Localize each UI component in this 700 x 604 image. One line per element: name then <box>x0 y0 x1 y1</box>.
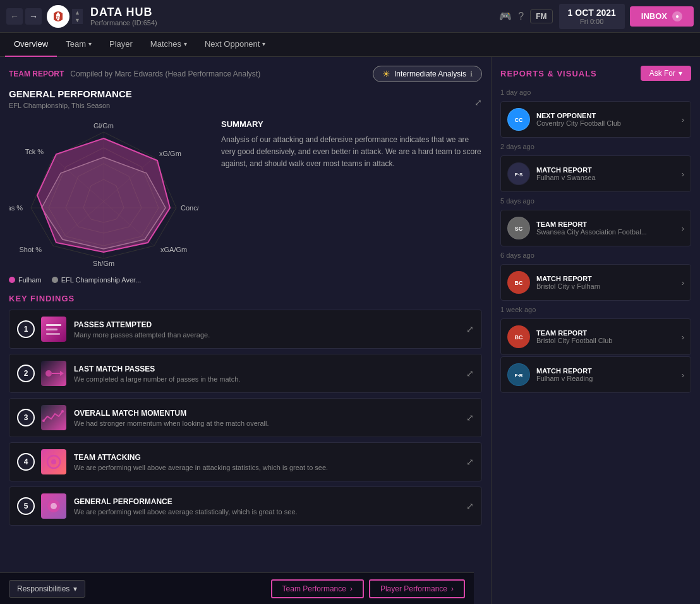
date-block: 1 OCT 2021 Fri 0:00 <box>559 4 625 29</box>
svg-point-33 <box>51 459 56 464</box>
finding-content-1: PASSES ATTEMPTED Many more passes attemp… <box>74 320 461 339</box>
nav-forward-button[interactable]: → <box>25 8 42 25</box>
report-card-bristol-city[interactable]: BC TEAM REPORT Bristol City Football Clu… <box>500 318 691 355</box>
main-content: TEAM REPORT Compiled by Marc Edwards (He… <box>0 57 700 604</box>
finding-number-5: 5 <box>17 497 35 515</box>
finding-card-4: 4 TEAM ATTACKING We are performing well … <box>9 442 482 481</box>
svg-text:BC: BC <box>515 334 523 341</box>
nav-item-overview[interactable]: Overview <box>5 33 57 57</box>
report-card-swansea[interactable]: SC TEAM REPORT Swansea City Association … <box>500 210 691 246</box>
svg-text:Conc/Gm: Conc/Gm <box>181 204 198 212</box>
help-icon[interactable]: ? <box>518 11 524 22</box>
club-nav-up[interactable]: ▲ <box>72 9 83 16</box>
report-content-next-opponent: NEXT OPPONENT Coventry City Football Clu… <box>536 112 682 127</box>
svg-rect-22 <box>46 329 57 330</box>
ask-for-button[interactable]: Ask For ▾ <box>641 66 691 81</box>
report-content-swansea: TEAM REPORT Swansea City Association Foo… <box>536 220 682 236</box>
team-report-label: TEAM REPORT <box>9 69 64 78</box>
report-card-bristol-v-fulham[interactable]: BC MATCH REPORT Bristol City v Fulham › <box>500 264 691 301</box>
fulham-legend-label: Fulham <box>18 276 42 284</box>
gamepad-icon[interactable]: 🎮 <box>499 10 512 22</box>
key-findings-section: KEY FINDINGS 1 PASSES ATTEMPTED Many mor… <box>9 294 482 526</box>
performance-container: Gl/Gm xG/Gm Conc/Gm xGA/Gm Sh/Gm Shot % … <box>9 119 482 284</box>
report-type-bristol-v-fulham: MATCH REPORT <box>536 275 682 282</box>
report-arrow-bristol-v-fulham: › <box>682 278 684 287</box>
player-performance-button[interactable]: Player Performance › <box>369 579 465 598</box>
app-subtitle: Performance (ID:654) <box>90 19 157 27</box>
responsibilities-button[interactable]: Responsibilities ▾ <box>9 580 85 598</box>
finding-icon-attacking <box>41 449 66 474</box>
report-content-bristol-city: TEAM REPORT Bristol City Football Club <box>536 329 682 344</box>
report-arrow-swansea: › <box>682 224 684 233</box>
report-card-next-opponent[interactable]: CC NEXT OPPONENT Coventry City Football … <box>500 101 691 138</box>
report-name-bristol-city: Bristol City Football Club <box>536 337 682 344</box>
finding-expand-2[interactable]: ⤢ <box>466 368 474 378</box>
inbox-label: INBOX <box>641 11 667 21</box>
club-logo: FFC <box>47 5 69 28</box>
nav-next-label: Next Opponent <box>205 39 260 49</box>
report-type-fulham-reading: MATCH REPORT <box>536 367 682 375</box>
finding-title-3: OVERALL MATCH MOMENTUM <box>74 409 461 418</box>
title-block: DATA HUB Performance (ID:654) <box>90 6 157 27</box>
badge-bristol-city: BC <box>507 325 530 348</box>
finding-desc-5: We are performing well above average sta… <box>74 508 461 516</box>
reports-header: REPORTS & VISUALS Ask For ▾ <box>500 66 691 81</box>
club-nav-arrows: ▲ ▼ <box>72 9 83 24</box>
radar-title-row: GENERAL PERFORMANCE EFL Championship, Th… <box>9 88 482 116</box>
time-ago-2: 2 days ago <box>500 143 691 150</box>
badge-bristol-v-fulham: BC <box>507 271 530 294</box>
nav-matches-label: Matches <box>150 39 181 49</box>
finding-expand-1[interactable]: ⤢ <box>466 324 474 334</box>
summary-text: Analysis of our attacking and defensive … <box>221 134 482 171</box>
finding-desc-1: Many more passes attempted than average. <box>74 331 461 339</box>
team-report-header: TEAM REPORT Compiled by Marc Edwards (He… <box>9 66 482 82</box>
finding-expand-5[interactable]: ⤢ <box>466 501 474 511</box>
report-name-fulham-swansea: Fulham v Swansea <box>536 174 682 181</box>
report-name-fulham-reading: Fulham v Reading <box>536 375 682 382</box>
svg-text:xGA/Gm: xGA/Gm <box>160 246 187 253</box>
finding-icon-passes <box>41 317 66 342</box>
svg-text:F·R: F·R <box>515 373 523 378</box>
svg-rect-23 <box>46 333 60 335</box>
badge-fulham-swansea: F·S <box>507 162 530 185</box>
info-icon: ℹ <box>470 70 473 78</box>
efl-legend-label: EFL Championship Aver... <box>61 276 142 284</box>
svg-rect-21 <box>46 324 61 326</box>
nav-item-team[interactable]: Team ▾ <box>57 33 100 57</box>
team-performance-button[interactable]: Team Performance › <box>271 579 364 598</box>
finding-title-4: TEAM ATTACKING <box>74 453 461 462</box>
nav-item-matches[interactable]: Matches ▾ <box>142 33 196 57</box>
finding-desc-2: We completed a large number of passes in… <box>74 375 461 383</box>
svg-text:Sh/Gm: Sh/Gm <box>93 260 114 267</box>
report-arrow-bristol-city: › <box>682 332 684 342</box>
performance-expand-icon[interactable]: ⤢ <box>474 97 482 107</box>
svg-text:Pas %: Pas % <box>9 204 23 212</box>
report-type-next-opponent: NEXT OPPONENT <box>536 112 682 119</box>
nav-item-next-opponent[interactable]: Next Opponent ▾ <box>196 33 274 57</box>
finding-number-2: 2 <box>17 365 35 382</box>
nav-item-player[interactable]: Player <box>100 33 142 57</box>
finding-number-3: 3 <box>17 409 35 426</box>
time-ago-5: 1 week ago <box>500 306 691 313</box>
nav-back-button[interactable]: ← <box>6 8 23 25</box>
report-name-bristol-v-fulham: Bristol City v Fulham <box>536 282 682 290</box>
team-performance-label: Team Performance <box>282 584 346 593</box>
report-card-fulham-swansea[interactable]: F·S MATCH REPORT Fulham v Swansea › <box>500 155 691 192</box>
finding-title-5: GENERAL PERFORMANCE <box>74 497 461 506</box>
responsibilities-chevron: ▾ <box>73 584 77 593</box>
club-nav-down[interactable]: ▼ <box>72 16 83 24</box>
finding-number-1: 1 <box>17 320 35 338</box>
analysis-badge[interactable]: ☀ Intermediate Analysis ℹ <box>373 66 482 82</box>
svg-text:SC: SC <box>515 226 523 232</box>
report-card-fulham-reading[interactable]: F·R MATCH REPORT Fulham v Reading › <box>500 356 691 393</box>
svg-text:Tck %: Tck % <box>25 148 44 155</box>
finding-card-3: 3 OVERALL MATCH MOMENTUM We had stronger… <box>9 398 482 437</box>
efl-legend-dot <box>52 277 58 283</box>
inbox-button[interactable]: INBOX ● <box>630 6 694 27</box>
report-name-next-opponent: Coventry City Football Club <box>536 119 682 127</box>
general-performance-title: GENERAL PERFORMANCE <box>9 88 132 99</box>
left-panel: TEAM REPORT Compiled by Marc Edwards (He… <box>0 57 492 604</box>
top-icons: 🎮 ? FM <box>499 9 552 23</box>
finding-expand-3[interactable]: ⤢ <box>466 413 474 423</box>
finding-expand-4[interactable]: ⤢ <box>466 457 474 467</box>
